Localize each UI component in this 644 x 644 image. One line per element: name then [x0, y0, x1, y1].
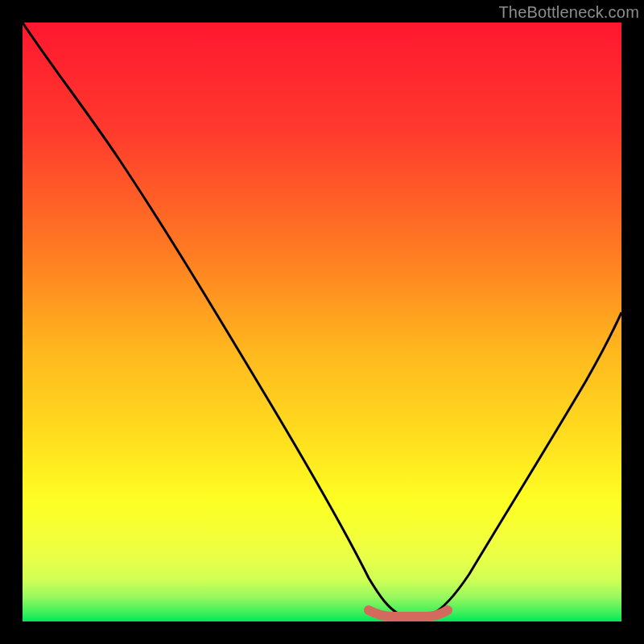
chart-frame: TheBottleneck.com — [0, 0, 644, 644]
flat-bottom-marker — [369, 610, 448, 617]
plot-area — [23, 23, 621, 621]
curve-layer — [23, 23, 621, 621]
watermark-label: TheBottleneck.com — [498, 3, 639, 22]
bottleneck-curve — [23, 23, 621, 614]
